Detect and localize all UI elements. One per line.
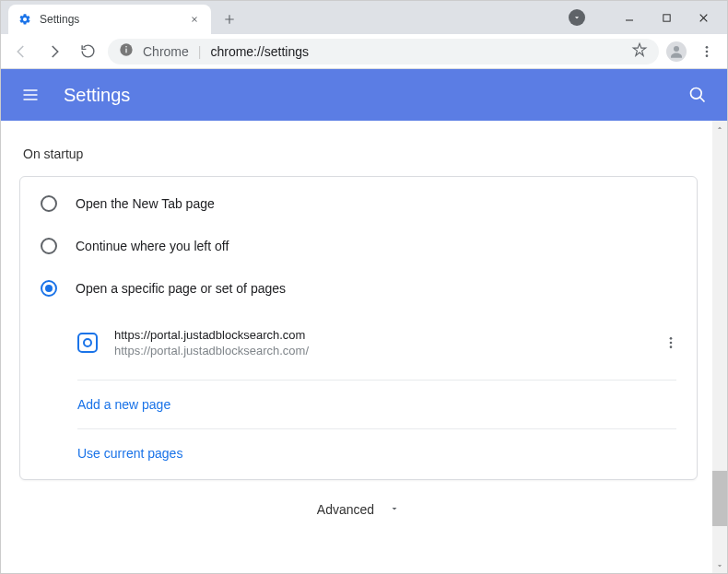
browser-toolbar: Chrome | chrome://settings — [1, 34, 727, 69]
svg-point-7 — [706, 54, 709, 57]
advanced-toggle[interactable]: Advanced — [19, 480, 698, 528]
svg-point-8 — [691, 88, 702, 100]
radio-icon — [41, 238, 57, 254]
close-window-button[interactable] — [685, 4, 722, 31]
svg-point-4 — [674, 46, 679, 52]
url-path: chrome://settings — [210, 44, 309, 59]
radio-new-tab[interactable]: Open the New Tab page — [20, 182, 697, 225]
window-titlebar: Settings — [1, 1, 727, 34]
site-favicon-icon — [77, 333, 98, 353]
radio-specific-pages[interactable]: Open a specific page or set of pages — [20, 267, 697, 310]
search-icon[interactable] — [687, 84, 709, 106]
section-on-startup: On startup — [23, 146, 698, 161]
bookmark-star-icon[interactable] — [631, 41, 648, 61]
divider — [77, 380, 676, 381]
chevron-down-icon — [389, 502, 400, 517]
startup-card: Open the New Tab page Continue where you… — [19, 176, 698, 480]
new-tab-button[interactable] — [217, 6, 242, 32]
chrome-menu-button[interactable] — [694, 39, 720, 64]
maximize-button[interactable] — [648, 4, 685, 31]
svg-point-11 — [670, 346, 673, 348]
account-switcher-icon[interactable] — [569, 9, 585, 26]
window-controls — [569, 1, 727, 34]
radio-label: Continue where you left off — [76, 239, 229, 253]
svg-point-6 — [706, 50, 709, 53]
radio-continue[interactable]: Continue where you left off — [20, 225, 697, 267]
site-info-icon[interactable] — [119, 42, 134, 60]
tabs-area: Settings — [1, 1, 569, 34]
use-current-pages-link[interactable]: Use current pages — [20, 433, 697, 474]
url-divider: | — [198, 44, 202, 59]
menu-icon[interactable] — [19, 84, 41, 106]
settings-header: Settings — [1, 69, 727, 121]
svg-point-9 — [670, 337, 673, 340]
close-icon[interactable] — [187, 12, 202, 27]
address-bar[interactable]: Chrome | chrome://settings — [108, 39, 659, 64]
profile-avatar[interactable] — [666, 41, 687, 62]
radio-label: Open a specific page or set of pages — [76, 281, 286, 296]
radio-icon — [41, 195, 57, 212]
url-scheme: Chrome — [143, 44, 189, 59]
startup-page-title: https://portal.justadblocksearch.com — [114, 328, 643, 342]
add-new-page-link[interactable]: Add a new page — [20, 384, 697, 425]
minimize-button[interactable] — [611, 4, 648, 31]
scroll-down-arrow[interactable] — [712, 558, 727, 573]
svg-rect-3 — [125, 46, 126, 47]
page-title: Settings — [64, 85, 687, 106]
scroll-up-arrow[interactable] — [712, 121, 727, 135]
svg-rect-0 — [663, 14, 669, 20]
svg-point-10 — [670, 342, 673, 345]
forward-button[interactable] — [41, 39, 67, 64]
svg-point-5 — [706, 46, 709, 49]
divider — [77, 428, 676, 429]
startup-page-url: https://portal.justadblocksearch.com/ — [114, 344, 643, 357]
more-actions-button[interactable] — [660, 332, 682, 354]
tab-title: Settings — [40, 13, 180, 26]
radio-label: Open the New Tab page — [76, 196, 215, 211]
scrollbar-thumb[interactable] — [712, 471, 727, 526]
back-button[interactable] — [8, 39, 34, 64]
browser-tab-settings[interactable]: Settings — [8, 5, 211, 34]
radio-icon-selected — [41, 280, 57, 297]
reload-button[interactable] — [75, 39, 100, 64]
svg-rect-2 — [125, 49, 126, 53]
gear-icon — [18, 12, 32, 27]
advanced-label: Advanced — [317, 502, 374, 517]
startup-page-entry: https://portal.justadblocksearch.com htt… — [20, 310, 697, 376]
